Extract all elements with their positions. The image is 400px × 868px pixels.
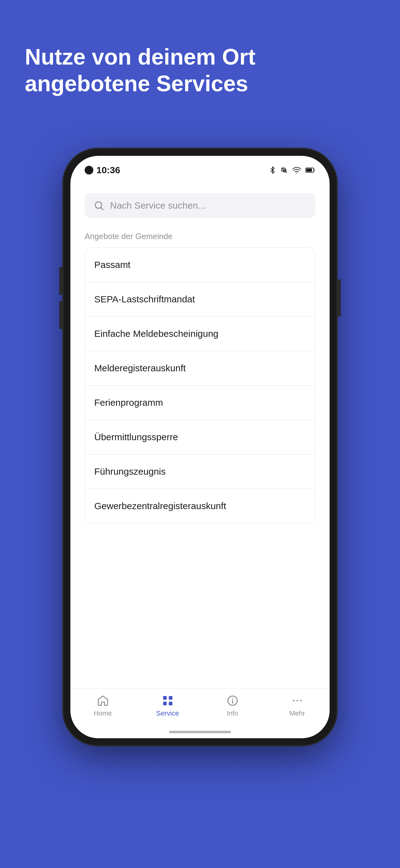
service-list-item[interactable]: Übermittlungssperre bbox=[85, 420, 315, 455]
tab-mehr[interactable]: Mehr bbox=[265, 694, 330, 717]
service-list-item[interactable]: Einfache Meldebescheinigung bbox=[85, 317, 315, 351]
info-tab-label: Info bbox=[227, 709, 238, 717]
svg-rect-6 bbox=[163, 702, 167, 705]
svg-rect-2 bbox=[306, 168, 312, 172]
svg-point-12 bbox=[300, 700, 302, 702]
home-tab-icon bbox=[96, 694, 110, 708]
svg-point-11 bbox=[296, 700, 298, 702]
wifi-icon bbox=[292, 166, 301, 174]
section-header: Angebote der Gemeinde bbox=[85, 231, 315, 241]
svg-point-10 bbox=[293, 700, 294, 702]
service-list-item[interactable]: Ferienprogramm bbox=[85, 385, 315, 420]
service-tab-icon bbox=[161, 694, 174, 708]
info-tab-icon bbox=[226, 694, 239, 708]
page-headline: Nutze von deinem Ort angebotene Services bbox=[25, 43, 375, 97]
service-list-item[interactable]: Melderegisterauskunft bbox=[85, 351, 315, 385]
svg-point-0 bbox=[296, 173, 297, 174]
volume-up-button bbox=[59, 267, 62, 295]
status-bar: 10:36 bbox=[70, 156, 330, 181]
power-button bbox=[338, 279, 341, 317]
svg-rect-4 bbox=[163, 696, 167, 700]
tab-info[interactable]: Info bbox=[200, 694, 265, 717]
service-list-item[interactable]: Passamt bbox=[85, 248, 315, 282]
tab-home[interactable]: Home bbox=[70, 694, 135, 717]
search-bar[interactable]: Nach Service suchen... bbox=[85, 193, 315, 218]
svg-rect-5 bbox=[169, 696, 172, 700]
tab-service[interactable]: Service bbox=[135, 694, 200, 717]
phone-device: 10:36 bbox=[64, 149, 336, 745]
service-list-item[interactable]: Führungszeugnis bbox=[85, 455, 315, 489]
battery-icon bbox=[305, 166, 315, 174]
mute-icon bbox=[280, 166, 288, 174]
home-tab-label: Home bbox=[94, 709, 112, 717]
service-list: PassamtSEPA-LastschriftmandatEinfache Me… bbox=[85, 247, 315, 523]
camera-dot bbox=[85, 166, 93, 175]
status-time: 10:36 bbox=[85, 165, 120, 176]
app-content: Nach Service suchen... Angebote der Geme… bbox=[70, 181, 330, 688]
mehr-tab-label: Mehr bbox=[289, 709, 305, 717]
service-list-item[interactable]: Gewerbezentralregisterauskunft bbox=[85, 489, 315, 523]
service-list-item[interactable]: SEPA-Lastschriftmandat bbox=[85, 282, 315, 317]
phone-screen: 10:36 bbox=[70, 156, 330, 738]
service-tab-label: Service bbox=[156, 709, 179, 717]
mehr-tab-icon bbox=[291, 694, 304, 708]
search-icon bbox=[93, 200, 104, 211]
volume-down-button bbox=[59, 301, 62, 329]
svg-rect-7 bbox=[169, 702, 172, 705]
bluetooth-icon bbox=[269, 166, 276, 174]
search-placeholder: Nach Service suchen... bbox=[110, 200, 206, 211]
home-indicator bbox=[169, 731, 231, 733]
svg-point-9 bbox=[232, 698, 233, 699]
status-icons bbox=[269, 166, 315, 174]
